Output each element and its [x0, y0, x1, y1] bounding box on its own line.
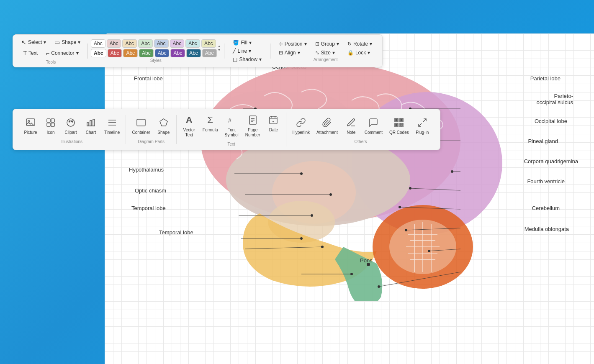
- styles-up-arrow[interactable]: ▲: [218, 45, 221, 48]
- style-btn-6[interactable]: Abc: [170, 39, 185, 48]
- position-icon: ⊹: [279, 41, 283, 47]
- parietal-lobe-label: Parietal lobe: [530, 75, 561, 82]
- lock-icon: 🔒: [347, 50, 354, 56]
- font-symbol-label: FontSymbol: [224, 128, 238, 138]
- timeline-item[interactable]: Timeline: [102, 115, 122, 137]
- svg-line-38: [419, 123, 422, 126]
- connector-dropdown-icon: ▾: [76, 50, 79, 56]
- style-btn-4[interactable]: Abc: [138, 39, 153, 48]
- vector-text-item[interactable]: A VectorText: [180, 113, 198, 139]
- style-btn-13[interactable]: Abc: [155, 49, 170, 57]
- comment-icon: [368, 117, 379, 128]
- qr-codes-item[interactable]: QR Codes: [387, 115, 411, 137]
- group-icon: ⊡: [315, 41, 319, 47]
- clipart-label: Clipart: [65, 130, 77, 135]
- style-btn-14[interactable]: Abc: [170, 49, 185, 57]
- clipart-icon: [65, 117, 77, 128]
- style-btn-9[interactable]: Abc: [91, 49, 106, 57]
- chart-item[interactable]: Chart: [82, 115, 100, 137]
- text-icon: T: [23, 50, 27, 56]
- line-button[interactable]: ╱ Line ▾: [231, 47, 263, 55]
- svg-rect-9: [87, 123, 89, 126]
- date-item[interactable]: ▼ Date: [264, 113, 283, 139]
- toolbar-top: ↖ Select ▾ ▭ Shape ▾ T Text ⌐ Connector …: [13, 34, 383, 67]
- style-btn-7[interactable]: Abc: [185, 39, 200, 48]
- svg-rect-30: [396, 119, 397, 121]
- svg-rect-5: [51, 123, 54, 126]
- svg-rect-4: [47, 123, 50, 126]
- style-btn-12[interactable]: Abc: [139, 49, 154, 57]
- icon-item[interactable]: Icon: [41, 115, 60, 137]
- picture-item[interactable]: Picture: [21, 115, 40, 137]
- shadow-icon: ◫: [233, 56, 237, 62]
- note-icon: [345, 117, 357, 128]
- style-btn-15[interactable]: Abc: [186, 49, 201, 57]
- date-label: Date: [269, 128, 278, 133]
- position-button[interactable]: ⊹ Position ▾: [277, 40, 309, 48]
- note-item[interactable]: Note: [342, 115, 360, 137]
- page-number-item[interactable]: PageNumber: [243, 113, 263, 139]
- styles-down-arrow[interactable]: ▼: [218, 49, 221, 52]
- comment-label: Comment: [365, 130, 383, 135]
- rotate-button[interactable]: ↻ Rotate ▾: [346, 40, 374, 48]
- shape-label: Shape: [157, 130, 170, 135]
- hyperlink-item[interactable]: Hyperlink: [290, 115, 312, 137]
- svg-rect-35: [400, 126, 401, 127]
- shape-dropdown-icon: ▾: [78, 39, 80, 45]
- container-item[interactable]: Container: [129, 115, 152, 137]
- line-icon: ╱: [233, 48, 236, 54]
- style-btn-2[interactable]: Abc: [107, 39, 121, 48]
- style-btn-10[interactable]: Abc: [108, 49, 122, 57]
- toolbar-insert: Picture Icon: [13, 109, 440, 150]
- align-button[interactable]: ⊟ Align ▾: [277, 49, 309, 56]
- svg-line-37: [423, 119, 426, 122]
- arrangement-section: ⊹ Position ▾ ⊟ Align ▾ ⊡ Group ▾ ⤡: [274, 40, 377, 62]
- clipart-item[interactable]: Clipart: [62, 115, 80, 137]
- svg-text:Pons: Pons: [360, 257, 373, 264]
- style-btn-5[interactable]: Abc: [154, 39, 169, 48]
- canvas-area[interactable]: Central sulcus: [105, 33, 594, 364]
- formula-item[interactable]: Σ Formula: [200, 113, 221, 139]
- brain-diagram: Central sulcus: [126, 50, 586, 356]
- vector-text-icon: A: [183, 114, 195, 126]
- hyperlink-icon: [295, 117, 307, 128]
- format-section: 🪣 Fill ▾ ╱ Line ▾ ◫ Shadow ▾: [228, 39, 266, 63]
- style-btn-8[interactable]: Abc: [201, 39, 216, 48]
- lock-button[interactable]: 🔒 Lock ▾: [346, 49, 374, 56]
- shadow-dropdown: ▾: [259, 56, 262, 62]
- fill-dropdown: ▾: [249, 40, 252, 46]
- abc-row-top: Abc Abc Abc Abc Abc Abc Abc Abc: [91, 39, 216, 48]
- font-symbol-item[interactable]: # FontSymbol: [222, 113, 241, 139]
- formula-icon: Σ: [204, 114, 216, 126]
- shape-item[interactable]: Shape: [154, 115, 173, 137]
- svg-rect-34: [402, 123, 403, 125]
- style-btn-11[interactable]: Abc: [123, 49, 138, 57]
- text-insert-section: A VectorText Σ Formula # FontSymbol: [177, 113, 287, 146]
- vector-text-label: VectorText: [183, 128, 195, 138]
- chart-icon: [85, 117, 97, 128]
- shadow-button[interactable]: ◫ Shadow ▾: [231, 56, 263, 63]
- pineal-gland-label: Pineal gland: [528, 138, 558, 144]
- others-section: Hyperlink Attachment Note: [286, 115, 435, 144]
- attachment-item[interactable]: Attachment: [314, 115, 340, 137]
- picture-label: Picture: [24, 130, 37, 135]
- fill-button[interactable]: 🪣 Fill ▾: [231, 39, 263, 46]
- hyperlink-label: Hyperlink: [292, 130, 310, 135]
- text-button[interactable]: T Text: [20, 48, 41, 58]
- optic-chiasm-label: Optic chiasm: [135, 187, 166, 194]
- select-button[interactable]: ↖ Select ▾: [18, 37, 49, 47]
- style-btn-1[interactable]: Abc: [91, 39, 105, 48]
- temporal-lobe-upper-label: Temporal lobe: [131, 205, 166, 211]
- plugin-item[interactable]: Plug-in: [413, 115, 432, 137]
- plugin-icon: [417, 117, 428, 128]
- style-btn-16[interactable]: Abc: [202, 49, 217, 57]
- shape-button[interactable]: ▭ Shape ▾: [51, 37, 84, 47]
- group-button[interactable]: ⊡ Group ▾: [314, 40, 341, 48]
- connector-button[interactable]: ⌐ Connector ▾: [43, 48, 82, 58]
- svg-rect-33: [400, 123, 401, 125]
- size-button[interactable]: ⤡ Size ▾: [314, 49, 341, 56]
- style-btn-3[interactable]: Abc: [122, 39, 137, 48]
- connector-icon: ⌐: [46, 50, 49, 56]
- attachment-label: Attachment: [316, 130, 338, 135]
- comment-item[interactable]: Comment: [362, 115, 385, 137]
